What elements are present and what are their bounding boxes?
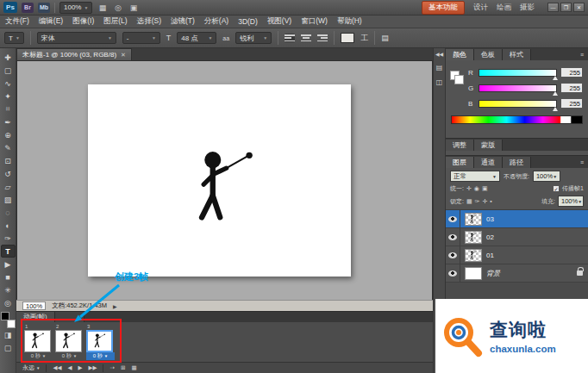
panel-menu-icon[interactable]: ≡ xyxy=(576,159,588,165)
marquee-tool[interactable]: ▢ xyxy=(1,64,16,77)
eye-icon[interactable] xyxy=(448,234,457,240)
text-color-swatch[interactable] xyxy=(341,33,354,43)
pen-tool[interactable]: ✑ xyxy=(1,232,16,245)
workspace-design[interactable]: 设计 xyxy=(473,3,488,13)
gradient-tool[interactable]: ▨ xyxy=(1,193,16,206)
frame-delay[interactable]: 0 秒▼ xyxy=(55,352,84,360)
layer-row-03[interactable]: 03 xyxy=(446,210,588,228)
tab-color[interactable]: 颜色 xyxy=(446,49,474,60)
zoom-field[interactable]: 100% xyxy=(22,302,46,310)
tab-layers[interactable]: 图层 xyxy=(446,157,474,168)
visibility-cell[interactable] xyxy=(446,246,460,264)
healing-brush-tool[interactable]: ⊕ xyxy=(1,128,16,141)
opacity-field[interactable]: 100%▼ xyxy=(533,171,560,182)
font-family-select[interactable]: 宋体▼ xyxy=(37,32,116,44)
frame-thumbnail[interactable] xyxy=(55,330,82,352)
tween-button[interactable]: ⇢ xyxy=(109,364,114,371)
lock-position-icon[interactable]: ✛ xyxy=(482,198,487,205)
layer-thumbnail[interactable] xyxy=(465,249,482,262)
eye-icon[interactable] xyxy=(448,270,457,277)
red-value[interactable]: 255 xyxy=(560,67,583,78)
tab-animation-frames[interactable]: 动画(帧) xyxy=(16,312,55,322)
menu-select[interactable]: 选择(S) xyxy=(137,16,161,27)
visibility-cell[interactable] xyxy=(446,264,460,282)
foreground-color-swatch[interactable] xyxy=(1,312,9,320)
tool-preset-dropdown[interactable]: T▼ xyxy=(4,32,24,44)
font-size-select[interactable]: 48 点▼ xyxy=(177,32,216,44)
propagate-frame-checkbox[interactable]: ✓ xyxy=(553,185,560,192)
document-tab[interactable]: 未标题-1 @ 100% (03, RGB/8) ✕ xyxy=(16,48,132,60)
blend-mode-select[interactable]: 正常▼ xyxy=(450,171,500,182)
frame-thumbnail[interactable] xyxy=(24,330,51,352)
layer-thumbnail[interactable] xyxy=(465,231,482,244)
layer-thumbnail[interactable] xyxy=(465,267,482,280)
layer-row-02[interactable]: 02 xyxy=(446,228,588,246)
menu-image[interactable]: 图像(I) xyxy=(72,16,94,27)
animation-frame-2[interactable]: 2 0 秒▼ xyxy=(55,324,84,362)
play-button[interactable]: ▶ xyxy=(78,364,82,371)
path-selection-tool[interactable]: ▶ xyxy=(1,258,16,270)
tab-swatches[interactable]: 色板 xyxy=(474,49,503,60)
lasso-tool[interactable]: ∿ xyxy=(1,77,16,90)
layer-name[interactable]: 03 xyxy=(486,215,588,223)
delete-frame-button[interactable]: ▦ xyxy=(131,364,136,371)
loop-select[interactable]: 永远▼ xyxy=(22,364,40,372)
dodge-tool[interactable]: ◐ xyxy=(1,219,16,232)
unify-style-icon[interactable]: ▣ xyxy=(482,185,488,192)
align-right-icon[interactable] xyxy=(317,34,328,42)
hand-zoom-icon[interactable]: ◎ xyxy=(112,3,123,12)
unify-visibility-icon[interactable]: ◉ xyxy=(474,185,479,192)
menu-layer[interactable]: 图层(L) xyxy=(103,16,127,27)
minimize-button[interactable]: — xyxy=(547,3,559,12)
menu-filter[interactable]: 滤镜(T) xyxy=(171,16,195,27)
color-spectrum-ramp[interactable] xyxy=(451,115,583,124)
lock-transparent-icon[interactable]: ▦ xyxy=(466,198,472,205)
frame-delay[interactable]: 0 秒▼ xyxy=(86,352,115,360)
shape-tool[interactable]: ■ xyxy=(1,270,16,283)
workspace-painting[interactable]: 绘画 xyxy=(497,3,511,13)
new-frame-button[interactable]: ⊞ xyxy=(121,364,125,371)
mini-color-swatches[interactable] xyxy=(450,71,466,86)
font-style-select[interactable]: -▼ xyxy=(122,32,160,44)
layer-name[interactable]: 01 xyxy=(486,252,588,259)
status-menu-arrow-icon[interactable]: ▶ xyxy=(113,303,117,309)
first-frame-button[interactable]: ◀◀ xyxy=(53,364,61,371)
eyedropper-tool[interactable]: ✒ xyxy=(1,115,16,128)
visibility-cell[interactable] xyxy=(446,228,460,246)
panel-icon-2[interactable]: ◫ xyxy=(436,78,443,86)
align-center-icon[interactable] xyxy=(301,34,311,42)
clone-stamp-tool[interactable]: ⊡ xyxy=(1,154,16,167)
close-button[interactable]: ✕ xyxy=(573,3,585,12)
history-brush-tool[interactable]: ↺ xyxy=(1,167,16,180)
crop-tool[interactable]: ⌗ xyxy=(1,103,16,115)
eye-icon[interactable] xyxy=(448,216,457,222)
animation-frame-1[interactable]: 1 0 秒▼ xyxy=(24,324,53,362)
foreground-background-swatches[interactable] xyxy=(1,312,16,328)
move-tool[interactable]: ✚ xyxy=(1,51,16,64)
tab-channels[interactable]: 通道 xyxy=(474,157,503,168)
blue-slider[interactable] xyxy=(479,100,557,108)
menu-window[interactable]: 窗口(W) xyxy=(301,16,328,27)
menu-analysis[interactable]: 分析(A) xyxy=(204,16,228,27)
align-left-icon[interactable] xyxy=(285,34,295,42)
blue-value[interactable]: 255 xyxy=(560,98,583,109)
lock-all-icon[interactable]: ▪ xyxy=(490,198,491,204)
eye-icon[interactable] xyxy=(448,252,457,258)
tab-adjustments[interactable]: 调整 xyxy=(446,140,474,151)
panel-menu-icon[interactable]: ≡ xyxy=(576,52,588,58)
type-tool[interactable]: T xyxy=(1,245,16,258)
slider-handle[interactable] xyxy=(553,107,558,111)
tab-masks[interactable]: 蒙版 xyxy=(474,140,503,151)
animation-frame-3[interactable]: 3 0 秒▼ xyxy=(86,324,115,362)
arrange-documents-icon[interactable]: ▣ xyxy=(128,3,139,12)
anti-alias-select[interactable]: 锐利▼ xyxy=(235,32,272,44)
green-value[interactable]: 255 xyxy=(560,83,583,93)
tab-styles[interactable]: 样式 xyxy=(503,49,531,60)
toggle-panels-icon[interactable]: ▤ xyxy=(381,34,389,42)
fill-field[interactable]: 100%▼ xyxy=(558,196,584,207)
expand-dock-icon[interactable]: ◀◀ xyxy=(435,51,443,57)
workspace-essentials[interactable]: 基本功能 xyxy=(422,1,465,15)
eraser-tool[interactable]: ▱ xyxy=(1,180,16,193)
layer-name[interactable]: 背景 xyxy=(486,269,577,278)
hand-tool[interactable]: ✳ xyxy=(1,283,16,296)
